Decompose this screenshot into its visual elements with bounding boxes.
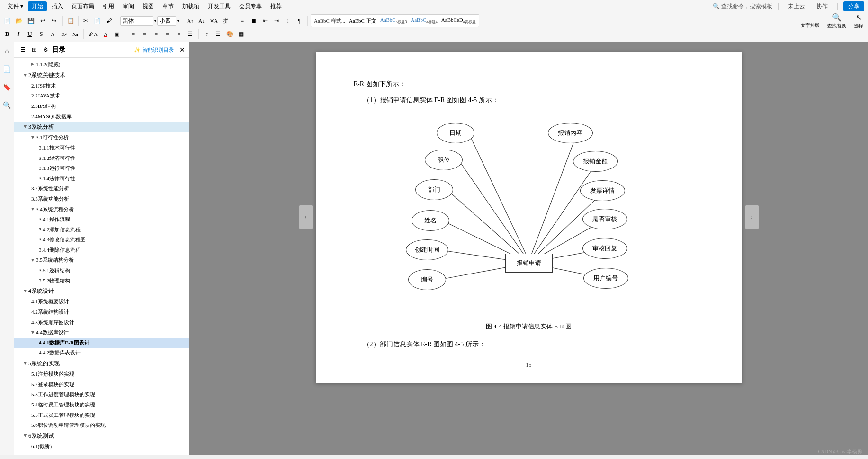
toc-item-4[interactable]: 2.3B/S结构	[14, 101, 189, 112]
page-next-btn[interactable]: ›	[745, 205, 759, 229]
toc-triangle-36[interactable]: ▶	[22, 434, 28, 437]
toc-item-2[interactable]: 2.1JSP技术	[14, 81, 189, 91]
select-btn[interactable]: ↖ 选择	[851, 12, 866, 30]
highlight-btn[interactable]: 🖊A	[87, 29, 99, 39]
toc-triangle-26[interactable]: ▶	[30, 331, 36, 334]
toc-item-8[interactable]: 3.1.1技术可行性	[14, 143, 189, 153]
show-hide-btn[interactable]: ¶	[294, 16, 304, 26]
toc-item-35[interactable]: 5.6职位调动申请管理模块的实现	[14, 420, 189, 431]
increase-indent-btn[interactable]: ⇥	[271, 16, 282, 26]
toc-item-30[interactable]: 5.1注册模块的实现	[14, 369, 189, 380]
decrease-indent-btn[interactable]: ⇤	[260, 16, 270, 26]
columns-btn[interactable]: ☰	[185, 29, 196, 39]
paragraph-spacing-btn[interactable]: ☰	[213, 29, 224, 39]
line-spacing-btn[interactable]: ↕	[202, 29, 212, 39]
menu-vip[interactable]: 会员专享	[235, 1, 266, 11]
toc-item-19[interactable]: ▶ 3.5系统结构分析	[14, 255, 189, 265]
underline-btn[interactable]: U	[25, 29, 35, 39]
sidebar-grid-icon[interactable]: ⊞	[29, 45, 39, 54]
toc-item-15[interactable]: 3.4.1操作流程	[14, 214, 189, 225]
format-brush-btn[interactable]: 🖌	[104, 16, 114, 26]
paste-btn[interactable]: 📋	[65, 16, 76, 26]
menu-layout[interactable]: 页面布局	[68, 1, 98, 11]
sidebar-list-icon[interactable]: ☰	[18, 45, 27, 54]
page-icon[interactable]: 📄	[2, 64, 12, 74]
font-size-arrow[interactable]: ▾	[177, 19, 179, 23]
toc-item-28[interactable]: 4.4.2数据库表设计	[14, 348, 189, 358]
menu-chapter[interactable]: 章节	[159, 1, 178, 11]
toc-item-16[interactable]: 3.4.2添加信息流程	[14, 225, 189, 235]
border-btn[interactable]: ▣	[112, 29, 122, 39]
cut-btn[interactable]: ✂	[81, 16, 91, 26]
font-color-btn[interactable]: A	[47, 29, 58, 39]
align-right-btn[interactable]: ≡	[151, 29, 161, 39]
toc-item-5[interactable]: 2.4MYSQL数据库	[14, 112, 189, 122]
pinyin-btn[interactable]: 拼	[221, 16, 231, 26]
menu-reference[interactable]: 引用	[99, 1, 118, 11]
style-body[interactable]: AaBbC 正文	[349, 18, 376, 25]
toc-triangle-6[interactable]: ▶	[22, 126, 28, 129]
subscript-btn[interactable]: X₂	[70, 29, 81, 39]
open-btn[interactable]: 📂	[14, 16, 25, 26]
italic-btn[interactable]: I	[13, 29, 24, 39]
menu-insert[interactable]: 插入	[48, 1, 67, 11]
toc-item-20[interactable]: 3.5.1逻辑结构	[14, 265, 189, 276]
search-box[interactable]: 🔍 查找命令，搜索模板	[713, 2, 772, 10]
font-arrow[interactable]: ▾	[154, 19, 156, 23]
toc-item-27[interactable]: 4.4.1数据库E-R图设计	[14, 338, 189, 348]
undo-btn[interactable]: ↩	[37, 16, 48, 26]
font-shrink-btn[interactable]: A↓	[197, 16, 207, 26]
strikethrough-btn[interactable]: S	[36, 29, 46, 39]
font-grow-btn[interactable]: A↑	[185, 16, 196, 26]
menu-recommend[interactable]: 推荐	[267, 1, 286, 11]
toc-item-12[interactable]: 3.2系统性能分析	[14, 184, 189, 194]
toc-triangle-19[interactable]: ▶	[30, 259, 36, 262]
toc-item-23[interactable]: 4.1系统概要设计	[14, 297, 189, 307]
style-heading4[interactable]: AaBbCa标题4	[411, 17, 438, 25]
collab-btn[interactable]: 协作	[813, 1, 832, 11]
menu-view[interactable]: 视图	[139, 1, 158, 11]
align-justify-btn[interactable]: ≡	[162, 29, 173, 39]
toc-item-21[interactable]: 3.5.2物理结构	[14, 276, 189, 286]
toc-item-0[interactable]: ▶ 1.1.2(隐藏)	[14, 60, 189, 70]
menu-review[interactable]: 审阅	[119, 1, 138, 11]
align-center-btn[interactable]: ≡	[140, 29, 150, 39]
toc-item-25[interactable]: 4.3系统顺序图设计	[14, 318, 189, 328]
toc-item-34[interactable]: 5.5正式员工管理模块的实现	[14, 410, 189, 421]
page-prev-btn[interactable]: ‹	[299, 205, 313, 229]
toc-item-22[interactable]: ▶ 4系统设计	[14, 286, 189, 297]
toc-item-36[interactable]: ▶ 6系统测试	[14, 431, 189, 441]
bold-btn[interactable]: B	[2, 29, 12, 39]
save-doc-btn[interactable]: 💾	[26, 16, 36, 26]
toc-item-10[interactable]: 3.1.3运行可行性	[14, 163, 189, 174]
font-name-input[interactable]	[120, 16, 153, 26]
sidebar-close-btn[interactable]: ✕	[179, 46, 185, 54]
shading-btn[interactable]: 🎨	[224, 29, 235, 39]
toc-triangle-7[interactable]: ▶	[30, 136, 36, 139]
toc-item-17[interactable]: 3.4.3修改信息流程图	[14, 235, 189, 245]
toc-item-1[interactable]: ▶ 2系统关键技术	[14, 70, 189, 81]
sort-btn[interactable]: ↕	[283, 16, 293, 26]
toc-item-33[interactable]: 5.4临时员工管理模块的实现	[14, 400, 189, 410]
toc-item-6[interactable]: ▶ 3系统分析	[14, 122, 189, 132]
style-normal[interactable]: AaBbC 样式...	[314, 18, 345, 25]
toc-triangle-29[interactable]: ▶	[22, 362, 28, 365]
menu-start[interactable]: 开始	[28, 1, 47, 11]
home-icon[interactable]: ⌂	[2, 46, 12, 56]
new-btn[interactable]: 📄	[2, 16, 13, 26]
toc-triangle-1[interactable]: ▶	[22, 74, 28, 77]
toc-item-37[interactable]: 6.1(截断)	[14, 441, 189, 452]
menu-developer[interactable]: 开发工具	[204, 1, 234, 11]
toc-item-14[interactable]: ▶ 3.4系统流程分析	[14, 204, 189, 215]
text-color-btn[interactable]: A	[100, 29, 111, 39]
ai-toc-btn[interactable]: ✨ 智能识别目录	[134, 46, 174, 53]
menu-file[interactable]: 文件 ▾	[4, 1, 27, 11]
clear-format-btn[interactable]: ✕A	[208, 16, 220, 26]
toc-item-29[interactable]: ▶ 5系统的实现	[14, 358, 189, 369]
toc-triangle-22[interactable]: ▶	[22, 290, 28, 293]
sidebar-settings-icon[interactable]: ⚙	[41, 45, 50, 54]
bookmark-icon[interactable]: 🔖	[2, 82, 12, 92]
bullet-list-btn[interactable]: ≡	[237, 16, 248, 26]
toc-item-31[interactable]: 5.2登录模块的实现	[14, 380, 189, 390]
text-layout-btn[interactable]: ≡ 文字排版	[798, 12, 823, 30]
